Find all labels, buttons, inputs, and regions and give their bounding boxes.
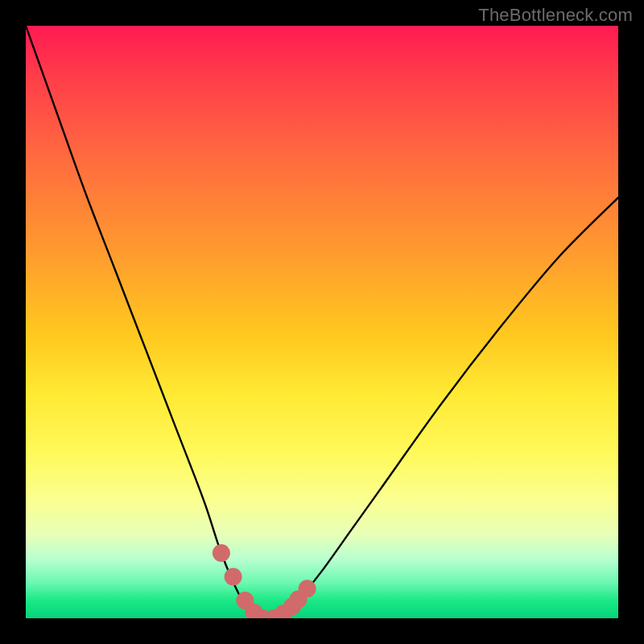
highlight-dot <box>299 580 316 597</box>
watermark-text: TheBottleneck.com <box>478 5 633 26</box>
highlight-dot <box>213 544 230 562</box>
bottleneck-chart <box>26 26 618 618</box>
highlight-markers <box>213 544 316 618</box>
chart-plot-area <box>26 26 618 618</box>
highlight-dot <box>225 568 242 585</box>
chart-frame: TheBottleneck.com <box>0 0 644 644</box>
curve-line <box>26 26 618 618</box>
